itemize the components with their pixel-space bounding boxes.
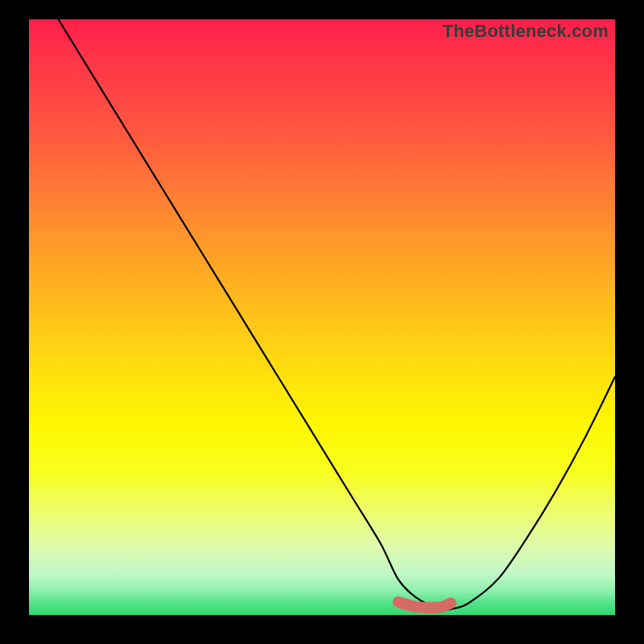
- curve-layer: [29, 19, 615, 615]
- chart-frame: TheBottleneck.com: [0, 0, 644, 644]
- bottleneck-curve: [58, 19, 615, 610]
- watermark-label: TheBottleneck.com: [443, 21, 609, 42]
- optimum-highlight: [398, 602, 452, 608]
- plot-area: TheBottleneck.com: [29, 19, 615, 615]
